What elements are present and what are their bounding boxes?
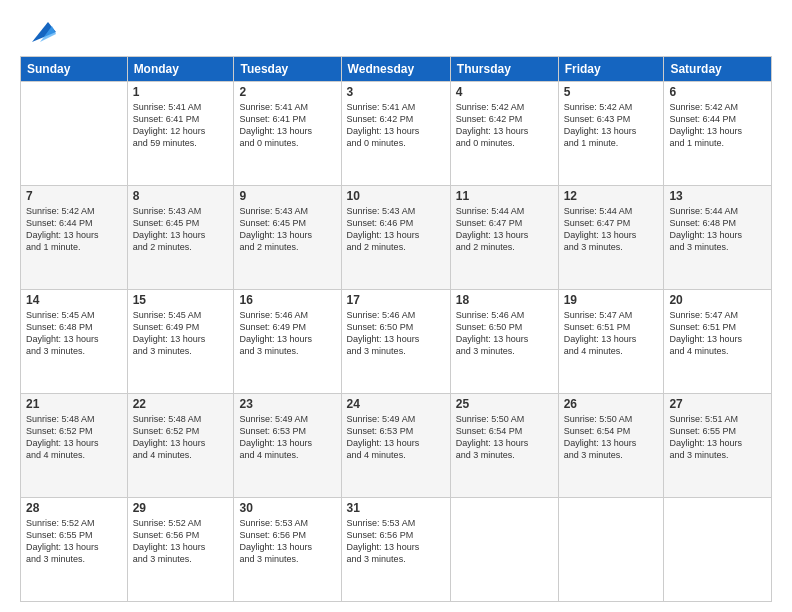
- day-info: Sunrise: 5:42 AMSunset: 6:43 PMDaylight:…: [564, 101, 659, 150]
- day-number: 20: [669, 293, 766, 307]
- day-info: Sunrise: 5:48 AMSunset: 6:52 PMDaylight:…: [26, 413, 122, 462]
- day-number: 27: [669, 397, 766, 411]
- day-number: 30: [239, 501, 335, 515]
- day-number: 8: [133, 189, 229, 203]
- day-number: 18: [456, 293, 553, 307]
- day-number: 2: [239, 85, 335, 99]
- day-info: Sunrise: 5:46 AMSunset: 6:49 PMDaylight:…: [239, 309, 335, 358]
- calendar-day-cell: 21Sunrise: 5:48 AMSunset: 6:52 PMDayligh…: [21, 394, 128, 498]
- day-info: Sunrise: 5:47 AMSunset: 6:51 PMDaylight:…: [669, 309, 766, 358]
- calendar-week-row: 1Sunrise: 5:41 AMSunset: 6:41 PMDaylight…: [21, 82, 772, 186]
- calendar-day-cell: 23Sunrise: 5:49 AMSunset: 6:53 PMDayligh…: [234, 394, 341, 498]
- calendar-table: SundayMondayTuesdayWednesdayThursdayFrid…: [20, 56, 772, 602]
- day-number: 5: [564, 85, 659, 99]
- day-info: Sunrise: 5:47 AMSunset: 6:51 PMDaylight:…: [564, 309, 659, 358]
- calendar-day-cell: 2Sunrise: 5:41 AMSunset: 6:41 PMDaylight…: [234, 82, 341, 186]
- calendar-day-cell: 29Sunrise: 5:52 AMSunset: 6:56 PMDayligh…: [127, 498, 234, 602]
- day-number: 9: [239, 189, 335, 203]
- day-info: Sunrise: 5:42 AMSunset: 6:44 PMDaylight:…: [26, 205, 122, 254]
- calendar-day-cell: 13Sunrise: 5:44 AMSunset: 6:48 PMDayligh…: [664, 186, 772, 290]
- logo-icon: [24, 14, 56, 46]
- calendar-day-cell: 16Sunrise: 5:46 AMSunset: 6:49 PMDayligh…: [234, 290, 341, 394]
- day-info: Sunrise: 5:46 AMSunset: 6:50 PMDaylight:…: [456, 309, 553, 358]
- calendar-day-cell: 28Sunrise: 5:52 AMSunset: 6:55 PMDayligh…: [21, 498, 128, 602]
- day-info: Sunrise: 5:52 AMSunset: 6:56 PMDaylight:…: [133, 517, 229, 566]
- day-info: Sunrise: 5:49 AMSunset: 6:53 PMDaylight:…: [347, 413, 445, 462]
- calendar-day-cell: 6Sunrise: 5:42 AMSunset: 6:44 PMDaylight…: [664, 82, 772, 186]
- day-info: Sunrise: 5:48 AMSunset: 6:52 PMDaylight:…: [133, 413, 229, 462]
- day-number: 28: [26, 501, 122, 515]
- day-info: Sunrise: 5:43 AMSunset: 6:45 PMDaylight:…: [239, 205, 335, 254]
- day-info: Sunrise: 5:42 AMSunset: 6:44 PMDaylight:…: [669, 101, 766, 150]
- day-info: Sunrise: 5:41 AMSunset: 6:41 PMDaylight:…: [133, 101, 229, 150]
- calendar-week-row: 28Sunrise: 5:52 AMSunset: 6:55 PMDayligh…: [21, 498, 772, 602]
- calendar-day-cell: 27Sunrise: 5:51 AMSunset: 6:55 PMDayligh…: [664, 394, 772, 498]
- calendar-day-cell: 17Sunrise: 5:46 AMSunset: 6:50 PMDayligh…: [341, 290, 450, 394]
- day-number: 15: [133, 293, 229, 307]
- day-info: Sunrise: 5:41 AMSunset: 6:41 PMDaylight:…: [239, 101, 335, 150]
- calendar-day-cell: 31Sunrise: 5:53 AMSunset: 6:56 PMDayligh…: [341, 498, 450, 602]
- calendar-day-cell: 3Sunrise: 5:41 AMSunset: 6:42 PMDaylight…: [341, 82, 450, 186]
- calendar-day-cell: 4Sunrise: 5:42 AMSunset: 6:42 PMDaylight…: [450, 82, 558, 186]
- day-number: 17: [347, 293, 445, 307]
- calendar-day-cell: [450, 498, 558, 602]
- calendar-day-cell: [558, 498, 664, 602]
- calendar-day-cell: 25Sunrise: 5:50 AMSunset: 6:54 PMDayligh…: [450, 394, 558, 498]
- day-number: 25: [456, 397, 553, 411]
- calendar-day-cell: 22Sunrise: 5:48 AMSunset: 6:52 PMDayligh…: [127, 394, 234, 498]
- calendar-day-cell: 5Sunrise: 5:42 AMSunset: 6:43 PMDaylight…: [558, 82, 664, 186]
- calendar-day-cell: 11Sunrise: 5:44 AMSunset: 6:47 PMDayligh…: [450, 186, 558, 290]
- calendar-day-cell: 8Sunrise: 5:43 AMSunset: 6:45 PMDaylight…: [127, 186, 234, 290]
- calendar-day-cell: 26Sunrise: 5:50 AMSunset: 6:54 PMDayligh…: [558, 394, 664, 498]
- weekday-header: Thursday: [450, 57, 558, 82]
- calendar-day-cell: 14Sunrise: 5:45 AMSunset: 6:48 PMDayligh…: [21, 290, 128, 394]
- day-number: 13: [669, 189, 766, 203]
- day-info: Sunrise: 5:51 AMSunset: 6:55 PMDaylight:…: [669, 413, 766, 462]
- day-info: Sunrise: 5:50 AMSunset: 6:54 PMDaylight:…: [456, 413, 553, 462]
- day-number: 16: [239, 293, 335, 307]
- day-number: 3: [347, 85, 445, 99]
- weekday-header: Monday: [127, 57, 234, 82]
- calendar-week-row: 21Sunrise: 5:48 AMSunset: 6:52 PMDayligh…: [21, 394, 772, 498]
- logo: [20, 18, 56, 46]
- calendar-day-cell: [664, 498, 772, 602]
- calendar-day-cell: 12Sunrise: 5:44 AMSunset: 6:47 PMDayligh…: [558, 186, 664, 290]
- weekday-header: Tuesday: [234, 57, 341, 82]
- day-info: Sunrise: 5:46 AMSunset: 6:50 PMDaylight:…: [347, 309, 445, 358]
- calendar-week-row: 7Sunrise: 5:42 AMSunset: 6:44 PMDaylight…: [21, 186, 772, 290]
- day-info: Sunrise: 5:44 AMSunset: 6:47 PMDaylight:…: [564, 205, 659, 254]
- calendar-day-cell: 30Sunrise: 5:53 AMSunset: 6:56 PMDayligh…: [234, 498, 341, 602]
- calendar-day-cell: 24Sunrise: 5:49 AMSunset: 6:53 PMDayligh…: [341, 394, 450, 498]
- day-number: 10: [347, 189, 445, 203]
- calendar-day-cell: 18Sunrise: 5:46 AMSunset: 6:50 PMDayligh…: [450, 290, 558, 394]
- day-info: Sunrise: 5:43 AMSunset: 6:46 PMDaylight:…: [347, 205, 445, 254]
- calendar-day-cell: 20Sunrise: 5:47 AMSunset: 6:51 PMDayligh…: [664, 290, 772, 394]
- day-number: 12: [564, 189, 659, 203]
- day-number: 23: [239, 397, 335, 411]
- weekday-header: Friday: [558, 57, 664, 82]
- calendar-header-row: SundayMondayTuesdayWednesdayThursdayFrid…: [21, 57, 772, 82]
- day-info: Sunrise: 5:53 AMSunset: 6:56 PMDaylight:…: [347, 517, 445, 566]
- day-info: Sunrise: 5:41 AMSunset: 6:42 PMDaylight:…: [347, 101, 445, 150]
- day-number: 26: [564, 397, 659, 411]
- day-info: Sunrise: 5:42 AMSunset: 6:42 PMDaylight:…: [456, 101, 553, 150]
- calendar-week-row: 14Sunrise: 5:45 AMSunset: 6:48 PMDayligh…: [21, 290, 772, 394]
- calendar-day-cell: 15Sunrise: 5:45 AMSunset: 6:49 PMDayligh…: [127, 290, 234, 394]
- calendar-day-cell: 19Sunrise: 5:47 AMSunset: 6:51 PMDayligh…: [558, 290, 664, 394]
- header: [20, 18, 772, 46]
- calendar-day-cell: 1Sunrise: 5:41 AMSunset: 6:41 PMDaylight…: [127, 82, 234, 186]
- day-info: Sunrise: 5:49 AMSunset: 6:53 PMDaylight:…: [239, 413, 335, 462]
- day-number: 31: [347, 501, 445, 515]
- day-number: 7: [26, 189, 122, 203]
- day-info: Sunrise: 5:45 AMSunset: 6:49 PMDaylight:…: [133, 309, 229, 358]
- day-number: 22: [133, 397, 229, 411]
- day-info: Sunrise: 5:50 AMSunset: 6:54 PMDaylight:…: [564, 413, 659, 462]
- day-number: 24: [347, 397, 445, 411]
- calendar-day-cell: 10Sunrise: 5:43 AMSunset: 6:46 PMDayligh…: [341, 186, 450, 290]
- day-number: 4: [456, 85, 553, 99]
- weekday-header: Sunday: [21, 57, 128, 82]
- weekday-header: Saturday: [664, 57, 772, 82]
- day-number: 11: [456, 189, 553, 203]
- day-number: 14: [26, 293, 122, 307]
- weekday-header: Wednesday: [341, 57, 450, 82]
